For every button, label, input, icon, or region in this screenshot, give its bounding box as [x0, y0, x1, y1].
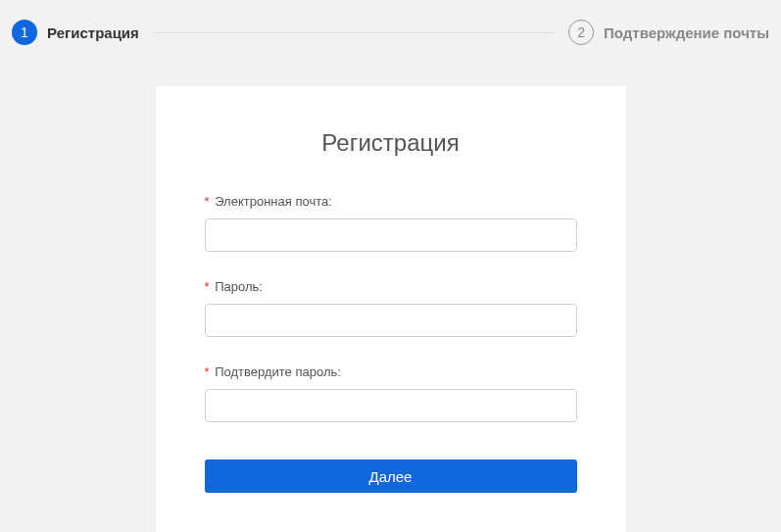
step-2: 2 Подтверждение почты [568, 20, 769, 45]
password-group: * Пароль: [205, 279, 577, 337]
step-1: 1 Регистрация [12, 20, 139, 45]
password-label-text: Пароль: [215, 279, 263, 294]
required-mark: * [205, 279, 210, 294]
confirm-password-label: * Подтвердите пароль: [205, 364, 577, 379]
step-1-label: Регистрация [47, 24, 139, 41]
step-divider [153, 32, 555, 33]
card-title: Регистрация [205, 129, 577, 157]
confirm-password-label-text: Подтвердите пароль: [215, 364, 341, 379]
email-group: * Электронная почта: [205, 194, 577, 252]
next-button[interactable]: Далее [205, 459, 577, 493]
email-label: * Электронная почта: [205, 194, 577, 209]
required-mark: * [205, 364, 210, 379]
confirm-password-input[interactable] [205, 389, 577, 422]
registration-card: Регистрация * Электронная почта: * Парол… [156, 86, 626, 532]
password-input[interactable] [205, 304, 577, 337]
step-2-label: Подтверждение почты [604, 24, 769, 41]
email-label-text: Электронная почта: [215, 194, 332, 209]
email-input[interactable] [205, 218, 577, 252]
step-2-number: 2 [568, 20, 594, 45]
required-mark: * [205, 194, 210, 209]
step-1-number: 1 [12, 20, 37, 45]
stepper: 1 Регистрация 2 Подтверждение почты [0, 0, 781, 45]
password-label: * Пароль: [205, 279, 577, 294]
confirm-password-group: * Подтвердите пароль: [205, 364, 577, 422]
